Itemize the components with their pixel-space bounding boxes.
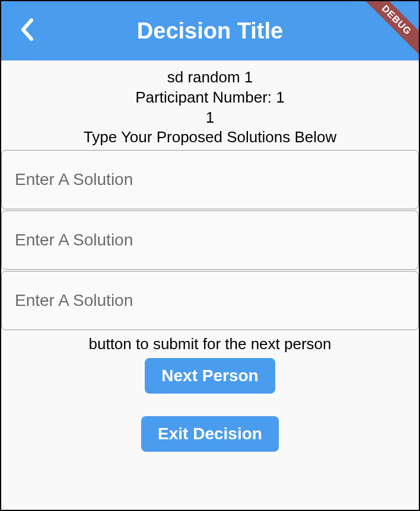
next-person-button[interactable]: Next Person [145,358,275,394]
next-person-wrap: Next Person [1,358,419,394]
solution-input-1[interactable] [1,150,419,209]
solution-input-2[interactable] [1,210,419,270]
debug-ribbon: DEBUG [358,0,420,59]
back-button[interactable] [19,18,34,44]
exit-decision-wrap: Exit Decision [1,416,419,452]
info-line-1: sd random 1 [1,68,419,88]
chevron-left-icon [19,18,34,44]
main-content: sd random 1 Participant Number: 1 1 Type… [1,60,419,452]
app-header: Decision Title DEBUG [1,1,419,60]
solution-input-3[interactable] [1,271,419,330]
page-title: Decision Title [137,18,283,44]
info-line-2: Participant Number: 1 [1,88,419,108]
info-line-3: 1 [1,108,419,128]
instruction-text: Type Your Proposed Solutions Below [1,127,419,148]
solution-inputs [1,150,419,330]
exit-decision-button[interactable]: Exit Decision [141,416,279,452]
helper-text: button to submit for the next person [1,335,419,353]
